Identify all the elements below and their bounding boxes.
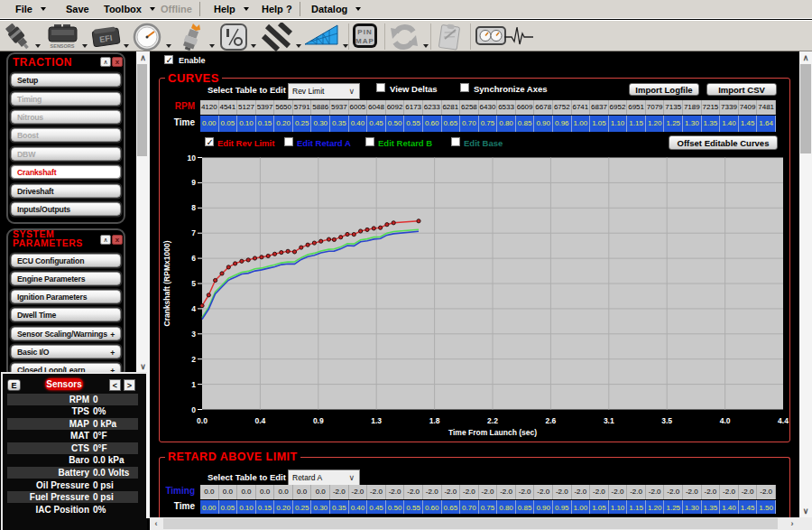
svg-text:8: 8 — [191, 203, 196, 212]
svg-text:2.6: 2.6 — [545, 416, 556, 425]
svg-text:1: 1 — [191, 380, 196, 389]
svg-text:6: 6 — [191, 254, 196, 263]
svg-text:Crankshaft (RPMx1000): Crankshaft (RPMx1000) — [162, 240, 171, 326]
svg-text:5: 5 — [191, 279, 196, 288]
svg-text:3.5: 3.5 — [661, 416, 672, 425]
svg-text:PIN: PIN — [357, 28, 372, 36]
svg-text:0.4: 0.4 — [254, 416, 265, 425]
svg-text:7: 7 — [191, 228, 196, 237]
svg-text:0.9: 0.9 — [313, 416, 324, 425]
svg-text:4.4: 4.4 — [778, 416, 789, 425]
svg-text:Time From Launch (sec): Time From Launch (sec) — [448, 428, 537, 437]
svg-text:9: 9 — [191, 178, 196, 187]
svg-text:2: 2 — [191, 355, 196, 364]
svg-text:0: 0 — [191, 405, 196, 414]
svg-text:0.0: 0.0 — [197, 416, 208, 425]
svg-text:3.1: 3.1 — [604, 416, 614, 425]
svg-text:EFI: EFI — [99, 33, 113, 44]
svg-text:3: 3 — [191, 330, 196, 339]
svg-text:10: 10 — [188, 153, 197, 163]
svg-text:SENSORS: SENSORS — [51, 43, 75, 49]
svg-text:MAP: MAP — [355, 37, 374, 45]
svg-text:2.2: 2.2 — [487, 416, 498, 425]
svg-text:4: 4 — [191, 304, 196, 313]
svg-text:1.3: 1.3 — [371, 416, 382, 425]
svg-text:4.0: 4.0 — [720, 416, 731, 425]
svg-text:1.8: 1.8 — [429, 416, 440, 425]
